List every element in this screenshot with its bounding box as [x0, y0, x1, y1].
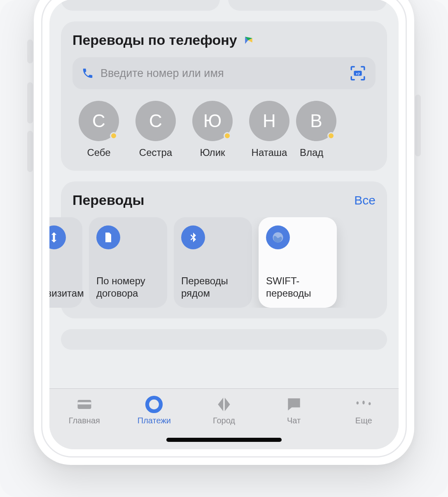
contact-name: Сестра	[139, 147, 172, 158]
transfer-tiles-row[interactable]: квизитамПо номеру договораПереводы рядом…	[49, 217, 376, 308]
section-title-text: Переводы по телефону	[72, 32, 237, 48]
tab-more[interactable]: Еще	[335, 395, 392, 425]
transfers-card: Переводы Все квизитамПо номеру договораП…	[61, 181, 387, 318]
tab-circle[interactable]: Платежи	[125, 395, 183, 425]
svg-point-7	[147, 398, 161, 411]
device-volume-down	[27, 131, 33, 172]
transfer-tile[interactable]: квизитам	[49, 217, 82, 308]
phone-icon	[82, 67, 94, 79]
status-dot	[224, 132, 231, 139]
tile-label: Переводы рядом	[181, 275, 245, 300]
contact-name: Наташа	[252, 147, 287, 158]
device-mute-switch	[27, 39, 33, 63]
tab-label: Платежи	[138, 416, 171, 425]
contact-item[interactable]: ССебе	[72, 101, 125, 158]
avatar: С	[135, 101, 176, 141]
scan-number-icon[interactable]: +7	[349, 65, 366, 82]
sbp-icon	[243, 35, 254, 46]
bluetooth-icon	[181, 225, 205, 249]
globe-icon	[266, 225, 290, 249]
tab-label: Главная	[69, 416, 100, 425]
tab-label: Город	[213, 416, 235, 425]
see-all-link[interactable]: Все	[354, 193, 376, 207]
tile-label: SWIFT- переводы	[266, 275, 329, 300]
tile-label: По номеру договора	[96, 275, 160, 300]
tab-label: Чат	[287, 416, 301, 425]
ghost-card	[228, 0, 387, 11]
arrows-icon	[49, 225, 66, 249]
phone-input-placeholder: Введите номер или имя	[100, 67, 343, 80]
tab-card[interactable]: Главная	[56, 395, 113, 425]
transfer-tile[interactable]: Переводы рядом	[174, 217, 252, 308]
screen: Переводы по телефону Введите номер или и…	[49, 0, 399, 449]
device-power-button	[415, 95, 421, 156]
phone-frame: Переводы по телефону Введите номер или и…	[34, 0, 414, 465]
contact-name: Юлик	[200, 147, 225, 158]
contact-item[interactable]: ЮЮлик	[186, 101, 239, 158]
doc-icon	[96, 225, 120, 249]
avatar: С	[79, 101, 119, 141]
transfer-tile[interactable]: SWIFT- переводы	[259, 217, 337, 308]
phone-input[interactable]: Введите номер или имя +7	[72, 57, 376, 89]
contact-name: Влад	[300, 147, 333, 158]
section-title: Переводы по телефону	[72, 32, 254, 48]
phone-transfers-card: Переводы по телефону Введите номер или и…	[61, 21, 387, 171]
scan-badge-label: +7	[356, 72, 360, 76]
section-title: Переводы	[72, 192, 144, 208]
avatar: Ю	[192, 101, 233, 141]
avatar: В	[296, 101, 336, 141]
svg-rect-6	[77, 402, 91, 405]
tile-label: квизитам	[49, 287, 75, 300]
tab-diamond[interactable]: Город	[195, 395, 253, 425]
transfer-tile[interactable]: По номеру договора	[89, 217, 167, 308]
status-dot	[327, 132, 335, 139]
tab-chat[interactable]: Чат	[265, 395, 323, 425]
next-card-peek	[61, 329, 387, 350]
contacts-row[interactable]: ССебеССестраЮЮликННаташаВВлад	[72, 101, 376, 158]
scroll-area[interactable]: Переводы по телефону Введите номер или и…	[49, 0, 399, 449]
device-volume-up	[27, 82, 33, 123]
ghost-card	[61, 0, 220, 11]
previous-card-row	[49, 0, 399, 11]
contact-item[interactable]: ССестра	[129, 101, 182, 158]
home-indicator[interactable]	[166, 438, 282, 442]
status-dot	[110, 132, 117, 139]
contact-item[interactable]: ВВлад	[300, 101, 333, 158]
contact-item[interactable]: ННаташа	[243, 101, 296, 158]
tab-label: Еще	[355, 416, 372, 425]
avatar: Н	[249, 101, 289, 141]
contact-name: Себе	[87, 147, 110, 158]
